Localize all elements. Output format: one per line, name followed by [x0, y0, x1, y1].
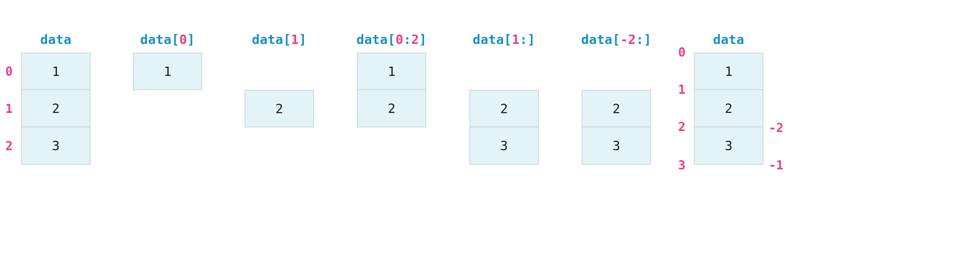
- title-token: 0: [179, 32, 187, 47]
- title-token: data[: [473, 32, 512, 47]
- cells: 12: [357, 53, 426, 127]
- title-token: data[: [356, 32, 396, 47]
- index-label-left: 0: [5, 65, 13, 77]
- cell-row: 3: [469, 127, 539, 165]
- panel-title: data[0]: [140, 32, 195, 47]
- cell-row: 12: [21, 90, 91, 127]
- title-token: data[: [581, 32, 620, 47]
- index-label-right: -2: [769, 122, 783, 134]
- cell-value: 3: [21, 127, 91, 165]
- index-label-left: 0: [678, 46, 686, 58]
- cell-row: 23-13: [694, 127, 763, 165]
- cell-value: 1: [21, 53, 91, 90]
- cell-value: 1: [133, 53, 202, 90]
- panel-p5: data[-2:]23: [581, 32, 652, 165]
- cell-value: 3: [582, 127, 651, 165]
- cell-row: 3: [582, 127, 651, 165]
- index-label-left: 2: [5, 140, 13, 152]
- index-label-left: 1: [678, 83, 686, 96]
- title-token: 0: [396, 32, 403, 47]
- panel-p1: data[0]1: [133, 32, 202, 90]
- panel-title: data: [40, 32, 72, 47]
- cells: 0112-223-13: [694, 53, 763, 165]
- title-token: -2: [620, 32, 636, 47]
- panel-title: data[1]: [252, 32, 307, 47]
- cell-value: 1: [357, 53, 426, 90]
- cell-value: 2: [245, 90, 314, 127]
- cell-row: 12-2: [694, 90, 763, 127]
- indexing-diagram: data011223data[0]1data[1]2data[0:2]12dat…: [21, 32, 959, 165]
- title-token: ]: [419, 32, 427, 47]
- cell-row: 2: [469, 90, 539, 127]
- panel-p3: data[0:2]12: [356, 32, 427, 127]
- panel-p0: data011223: [21, 32, 91, 165]
- title-token: 1: [512, 32, 520, 47]
- cells: 1: [133, 53, 202, 90]
- cell-value: 2: [582, 90, 651, 127]
- cell-value: 3: [469, 127, 539, 165]
- panel-title: data[0:2]: [356, 32, 427, 47]
- index-label-left: 2: [678, 121, 686, 133]
- cells: 23: [582, 90, 651, 165]
- cell-row: 2: [357, 90, 426, 127]
- panel-title: data[-2:]: [581, 32, 652, 47]
- title-token: data[: [140, 32, 179, 47]
- cell-value: 2: [21, 90, 91, 127]
- cell-row: 2: [582, 90, 651, 127]
- panel-p2: data[1]2: [245, 32, 314, 127]
- title-token: 1: [291, 32, 299, 47]
- index-label-terminal: 3: [678, 159, 686, 171]
- title-token: :]: [636, 32, 651, 47]
- title-token: ]: [187, 32, 195, 47]
- cells: 011223: [21, 53, 91, 165]
- cell-value: 2: [469, 90, 539, 127]
- cell-value: 2: [357, 90, 426, 127]
- title-token: ]: [299, 32, 307, 47]
- title-token: data: [40, 32, 72, 47]
- panel-p6: data0112-223-13: [694, 32, 763, 165]
- title-token: :]: [520, 32, 535, 47]
- cell-row: 1: [133, 53, 202, 90]
- index-label-left: 1: [5, 102, 13, 115]
- title-token: :: [403, 32, 411, 47]
- cell-row: 1: [357, 53, 426, 90]
- title-token: 2: [411, 32, 419, 47]
- index-label-right: -1: [769, 159, 783, 171]
- title-token: data: [713, 32, 744, 47]
- cell-row: 01: [21, 53, 91, 90]
- title-token: data[: [252, 32, 291, 47]
- cell-value: 3: [694, 127, 763, 165]
- cells: 2: [245, 90, 314, 127]
- cells: 23: [469, 90, 539, 165]
- cell-value: 2: [694, 90, 763, 127]
- cell-row: 01: [694, 53, 763, 90]
- panel-title: data: [713, 32, 744, 47]
- cell-value: 1: [694, 53, 763, 90]
- cell-row: 23: [21, 127, 91, 165]
- panel-p4: data[1:]23: [469, 32, 539, 165]
- cell-row: 2: [245, 90, 314, 127]
- panel-title: data[1:]: [473, 32, 535, 47]
